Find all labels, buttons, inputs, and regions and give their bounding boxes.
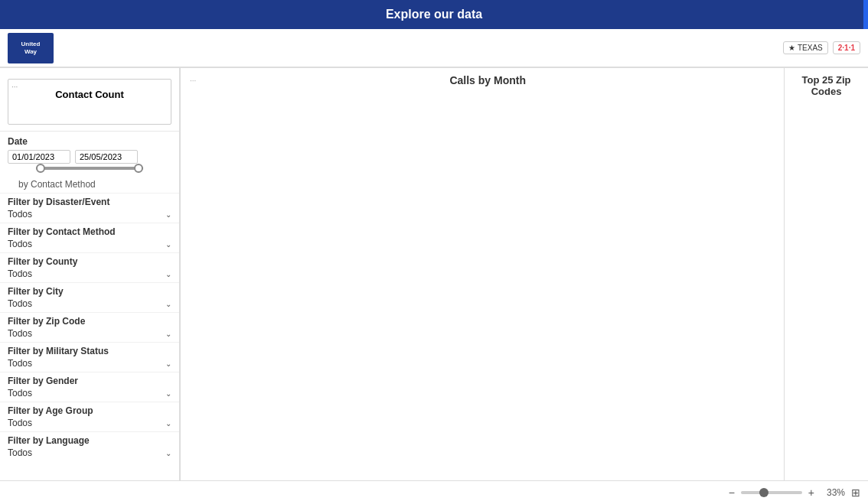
filter-dropdown-0[interactable]: Todos ⌄: [8, 207, 171, 221]
filter-item-2: Filter by County Todos ⌄: [0, 252, 179, 282]
top25-zip-panel: Top 25 Zip Codes: [784, 68, 868, 480]
filter-item-4: Filter by Zip Code Todos ⌄: [0, 312, 179, 342]
chevron-down-icon-7: ⌄: [165, 419, 171, 428]
zoom-minus-button[interactable]: −: [729, 486, 735, 499]
filter-label-7: Filter by Age Group: [8, 405, 171, 416]
filter-dropdown-4[interactable]: Todos ⌄: [8, 327, 171, 340]
filter-label-4: Filter by Zip Code: [8, 316, 171, 327]
filter-value-6: Todos: [8, 388, 32, 399]
calls-by-month-header: ··· Calls by Month: [181, 68, 784, 89]
header-title: Explore our data: [386, 8, 482, 21]
date-range-slider[interactable]: [36, 167, 143, 170]
date-label: Date: [8, 136, 171, 147]
zoom-percent-label: 33%: [821, 487, 845, 498]
filter-dropdown-3[interactable]: Todos ⌄: [8, 297, 171, 311]
texas-star-icon: ★: [788, 44, 795, 52]
filter-item-5: Filter by Military Status Todos ⌄: [0, 342, 179, 372]
logo-right: ★ TEXAS 2·1·1: [783, 41, 860, 54]
contact-count-card: ··· Contact Count: [8, 79, 171, 125]
chevron-down-icon-8: ⌄: [165, 449, 171, 457]
date-start-input[interactable]: [8, 150, 70, 164]
filter-item-3: Filter by City Todos ⌄: [0, 282, 179, 312]
zoom-slider[interactable]: [741, 491, 802, 494]
date-end-input[interactable]: [75, 150, 138, 164]
slider-handle-right[interactable]: [134, 164, 143, 173]
filter-value-4: Todos: [8, 328, 32, 339]
contact-count-title: Contact Count: [15, 86, 165, 100]
filter-value-3: Todos: [8, 298, 32, 309]
filter-dropdown-6[interactable]: Todos ⌄: [8, 386, 171, 400]
date-slider-row: [8, 167, 171, 170]
main-panel: ··· Calls by Month Top 25 Zip Codes: [180, 68, 868, 480]
filter-label-5: Filter by Military Status: [8, 346, 171, 356]
logo-left: United Way: [8, 33, 54, 63]
chevron-down-icon-3: ⌄: [165, 300, 171, 308]
top25-zip-title: Top 25 Zip Codes: [785, 68, 868, 100]
filter-dropdown-2[interactable]: Todos ⌄: [8, 267, 171, 281]
charts-area: ··· Calls by Month Top 25 Zip Codes: [180, 68, 868, 480]
filter-value-1: Todos: [8, 239, 32, 249]
report-area: ··· Contact Count Date: [0, 67, 868, 480]
calls-drag-handle: ···: [190, 76, 196, 85]
filter-label-2: Filter by County: [8, 256, 171, 267]
date-section: Date: [0, 131, 179, 177]
filter-label-6: Filter by Gender: [8, 376, 171, 386]
slider-handle-left[interactable]: [36, 164, 45, 173]
filter-label-0: Filter by Disaster/Event: [8, 197, 171, 207]
chevron-down-icon-6: ⌄: [165, 389, 171, 398]
filter-dropdown-7[interactable]: Todos ⌄: [8, 416, 171, 430]
filter-item-7: Filter by Age Group Todos ⌄: [0, 402, 179, 431]
chevron-down-icon-4: ⌄: [165, 330, 171, 338]
filter-label-1: Filter by Contact Method: [8, 226, 171, 237]
filter-item-8: Filter by Language Todos ⌄: [0, 431, 179, 461]
filter-label-3: Filter by City: [8, 286, 171, 297]
fit-to-screen-icon[interactable]: ⊞: [851, 486, 860, 499]
badge-211: 2·1·1: [833, 41, 860, 54]
card-drag-handle: ···: [11, 83, 18, 91]
calls-by-month-body: [181, 89, 784, 102]
chevron-down-icon-1: ⌄: [165, 240, 171, 249]
date-inputs: [8, 150, 171, 164]
filter-item-1: Filter by Contact Method Todos ⌄: [0, 223, 179, 252]
filter-items-container: Filter by Disaster/Event Todos ⌄ Filter …: [0, 193, 179, 461]
page-header: Explore our data: [0, 0, 868, 29]
filter-dropdown-8[interactable]: Todos ⌄: [8, 446, 171, 460]
filter-panel: ··· Contact Count Date: [0, 68, 180, 480]
filter-value-7: Todos: [8, 418, 32, 428]
chevron-down-icon-5: ⌄: [165, 359, 171, 368]
filter-item-6: Filter by Gender Todos ⌄: [0, 372, 179, 402]
slider-track: [36, 167, 143, 170]
chevron-down-icon-2: ⌄: [165, 270, 171, 278]
top-bar: United Way ★ TEXAS 2·1·1: [0, 29, 868, 67]
zoom-slider-handle[interactable]: [759, 488, 768, 497]
filter-value-0: Todos: [8, 209, 32, 220]
chevron-down-icon-0: ⌄: [165, 210, 171, 219]
filter-value-8: Todos: [8, 447, 32, 458]
filter-dropdown-1[interactable]: Todos ⌄: [8, 237, 171, 251]
calls-by-month-section: ··· Calls by Month: [180, 68, 784, 480]
texas-badge: ★ TEXAS: [783, 41, 828, 54]
zoom-plus-button[interactable]: +: [808, 486, 814, 499]
filter-item-0: Filter by Disaster/Event Todos ⌄: [0, 193, 179, 223]
by-contact-method-label: by Contact Method: [0, 177, 179, 193]
filter-value-2: Todos: [8, 268, 32, 279]
united-way-logo: United Way: [8, 33, 54, 63]
zoom-bar: − + 33% ⊞: [0, 480, 868, 501]
filter-dropdown-5[interactable]: Todos ⌄: [8, 356, 171, 370]
filter-label-8: Filter by Language: [8, 435, 171, 446]
header-bar: [863, 0, 868, 29]
calls-by-month-title: Calls by Month: [201, 74, 775, 86]
filter-value-5: Todos: [8, 358, 32, 369]
